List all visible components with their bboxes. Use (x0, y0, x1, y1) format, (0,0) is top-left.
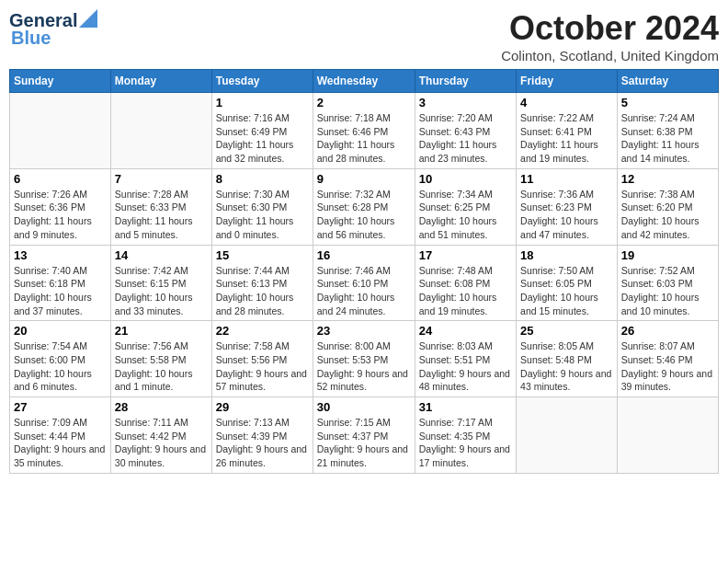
day-number: 17 (419, 248, 512, 262)
calendar-cell: 30Sunrise: 7:15 AMSunset: 4:37 PMDayligh… (313, 397, 415, 474)
day-info: Sunrise: 8:07 AMSunset: 5:46 PMDaylight:… (621, 339, 714, 394)
day-info: Sunrise: 7:26 AMSunset: 6:36 PMDaylight:… (14, 188, 107, 242)
calendar-cell: 29Sunrise: 7:13 AMSunset: 4:39 PMDayligh… (211, 397, 313, 474)
day-info: Sunrise: 7:15 AMSunset: 4:37 PMDaylight:… (317, 416, 411, 470)
calendar-cell: 14Sunrise: 7:42 AMSunset: 6:15 PMDayligh… (110, 245, 211, 321)
week-row: 27Sunrise: 7:09 AMSunset: 4:44 PMDayligh… (10, 397, 719, 474)
week-row: 1Sunrise: 7:16 AMSunset: 6:49 PMDaylight… (10, 93, 719, 169)
day-number: 12 (621, 172, 714, 186)
calendar-cell: 1Sunrise: 7:16 AMSunset: 6:49 PMDaylight… (211, 93, 313, 169)
day-number: 29 (216, 400, 309, 414)
day-number: 4 (520, 96, 613, 109)
day-info: Sunrise: 7:36 AMSunset: 6:23 PMDaylight:… (520, 188, 613, 242)
day-number: 22 (216, 324, 309, 338)
calendar-cell: 27Sunrise: 7:09 AMSunset: 4:44 PMDayligh… (10, 397, 111, 474)
calendar-cell: 15Sunrise: 7:44 AMSunset: 6:13 PMDayligh… (211, 245, 313, 321)
day-number: 28 (115, 400, 208, 414)
day-info: Sunrise: 7:54 AMSunset: 6:00 PMDaylight:… (14, 339, 107, 394)
calendar-cell: 8Sunrise: 7:30 AMSunset: 6:30 PMDaylight… (211, 168, 313, 245)
calendar-cell (617, 397, 718, 474)
calendar-cell: 11Sunrise: 7:36 AMSunset: 6:23 PMDayligh… (517, 168, 618, 245)
day-number: 7 (115, 172, 208, 186)
day-info: Sunrise: 7:46 AMSunset: 6:10 PMDaylight:… (317, 264, 411, 318)
day-number: 16 (317, 248, 411, 262)
calendar-cell: 12Sunrise: 7:38 AMSunset: 6:20 PMDayligh… (617, 168, 718, 245)
logo-arrow-icon (79, 9, 97, 28)
day-info: Sunrise: 7:20 AMSunset: 6:43 PMDaylight:… (419, 111, 512, 166)
day-info: Sunrise: 7:38 AMSunset: 6:20 PMDaylight:… (621, 188, 714, 242)
calendar-cell (110, 93, 211, 169)
day-info: Sunrise: 7:44 AMSunset: 6:13 PMDaylight:… (216, 264, 309, 318)
page-header: General Blue October 2024 Colinton, Scot… (9, 9, 719, 63)
day-info: Sunrise: 8:03 AMSunset: 5:51 PMDaylight:… (419, 339, 512, 394)
day-number: 27 (14, 400, 107, 414)
day-number: 2 (317, 96, 411, 109)
day-number: 11 (520, 172, 613, 186)
day-number: 5 (621, 96, 714, 109)
calendar-cell: 6Sunrise: 7:26 AMSunset: 6:36 PMDaylight… (10, 168, 111, 245)
calendar-cell: 28Sunrise: 7:11 AMSunset: 4:42 PMDayligh… (110, 397, 211, 474)
day-info: Sunrise: 7:56 AMSunset: 5:58 PMDaylight:… (115, 339, 208, 394)
weekday-header: Wednesday (313, 70, 415, 93)
day-number: 15 (216, 248, 309, 262)
weekday-header-row: SundayMondayTuesdayWednesdayThursdayFrid… (10, 70, 719, 93)
day-info: Sunrise: 7:34 AMSunset: 6:25 PMDaylight:… (419, 188, 512, 242)
day-info: Sunrise: 7:24 AMSunset: 6:38 PMDaylight:… (621, 111, 714, 166)
day-number: 18 (520, 248, 613, 262)
weekday-header: Saturday (617, 70, 718, 93)
calendar-cell: 16Sunrise: 7:46 AMSunset: 6:10 PMDayligh… (313, 245, 415, 321)
calendar-cell: 26Sunrise: 8:07 AMSunset: 5:46 PMDayligh… (617, 321, 718, 397)
day-info: Sunrise: 7:50 AMSunset: 6:05 PMDaylight:… (520, 264, 613, 318)
day-info: Sunrise: 7:22 AMSunset: 6:41 PMDaylight:… (520, 111, 613, 166)
day-number: 20 (14, 324, 107, 338)
day-info: Sunrise: 7:16 AMSunset: 6:49 PMDaylight:… (216, 111, 309, 166)
calendar-cell: 18Sunrise: 7:50 AMSunset: 6:05 PMDayligh… (517, 245, 618, 321)
weekday-header: Sunday (10, 70, 111, 93)
calendar-cell: 19Sunrise: 7:52 AMSunset: 6:03 PMDayligh… (617, 245, 718, 321)
day-number: 30 (317, 400, 411, 414)
calendar-cell: 17Sunrise: 7:48 AMSunset: 6:08 PMDayligh… (415, 245, 516, 321)
calendar-cell (10, 93, 111, 169)
calendar-cell: 13Sunrise: 7:40 AMSunset: 6:18 PMDayligh… (10, 245, 111, 321)
day-number: 25 (520, 324, 613, 338)
day-info: Sunrise: 7:32 AMSunset: 6:28 PMDaylight:… (317, 188, 411, 242)
day-number: 24 (419, 324, 512, 338)
calendar-cell: 25Sunrise: 8:05 AMSunset: 5:48 PMDayligh… (517, 321, 618, 397)
calendar-cell: 4Sunrise: 7:22 AMSunset: 6:41 PMDaylight… (517, 93, 618, 169)
calendar-cell: 24Sunrise: 8:03 AMSunset: 5:51 PMDayligh… (415, 321, 516, 397)
weekday-header: Friday (517, 70, 618, 93)
weekday-header: Monday (110, 70, 211, 93)
day-number: 26 (621, 324, 714, 338)
day-number: 31 (419, 400, 512, 414)
day-info: Sunrise: 7:30 AMSunset: 6:30 PMDaylight:… (216, 188, 309, 242)
calendar-cell: 3Sunrise: 7:20 AMSunset: 6:43 PMDaylight… (415, 93, 516, 169)
location: Colinton, Scotland, United Kingdom (501, 48, 719, 63)
calendar-cell: 20Sunrise: 7:54 AMSunset: 6:00 PMDayligh… (10, 321, 111, 397)
month-title: October 2024 (501, 9, 719, 48)
day-info: Sunrise: 7:28 AMSunset: 6:33 PMDaylight:… (115, 188, 208, 242)
calendar-cell: 7Sunrise: 7:28 AMSunset: 6:33 PMDaylight… (110, 168, 211, 245)
calendar-cell (517, 397, 618, 474)
day-info: Sunrise: 8:05 AMSunset: 5:48 PMDaylight:… (520, 339, 613, 394)
week-row: 6Sunrise: 7:26 AMSunset: 6:36 PMDaylight… (10, 168, 719, 245)
day-number: 21 (115, 324, 208, 338)
logo-blue: Blue (11, 28, 51, 49)
calendar-table: SundayMondayTuesdayWednesdayThursdayFrid… (9, 69, 719, 474)
day-info: Sunrise: 7:52 AMSunset: 6:03 PMDaylight:… (621, 264, 714, 318)
day-number: 6 (14, 172, 107, 186)
calendar-cell: 5Sunrise: 7:24 AMSunset: 6:38 PMDaylight… (617, 93, 718, 169)
day-number: 13 (14, 248, 107, 262)
calendar-cell: 2Sunrise: 7:18 AMSunset: 6:46 PMDaylight… (313, 93, 415, 169)
title-section: October 2024 Colinton, Scotland, United … (501, 9, 719, 63)
day-info: Sunrise: 7:42 AMSunset: 6:15 PMDaylight:… (115, 264, 208, 318)
day-number: 23 (317, 324, 411, 338)
day-info: Sunrise: 7:17 AMSunset: 4:35 PMDaylight:… (419, 416, 512, 470)
calendar-cell: 10Sunrise: 7:34 AMSunset: 6:25 PMDayligh… (415, 168, 516, 245)
calendar-cell: 21Sunrise: 7:56 AMSunset: 5:58 PMDayligh… (110, 321, 211, 397)
calendar-cell: 23Sunrise: 8:00 AMSunset: 5:53 PMDayligh… (313, 321, 415, 397)
weekday-header: Tuesday (211, 70, 313, 93)
day-info: Sunrise: 7:40 AMSunset: 6:18 PMDaylight:… (14, 264, 107, 318)
day-number: 19 (621, 248, 714, 262)
day-info: Sunrise: 7:58 AMSunset: 5:56 PMDaylight:… (216, 339, 309, 394)
calendar-cell: 31Sunrise: 7:17 AMSunset: 4:35 PMDayligh… (415, 397, 516, 474)
